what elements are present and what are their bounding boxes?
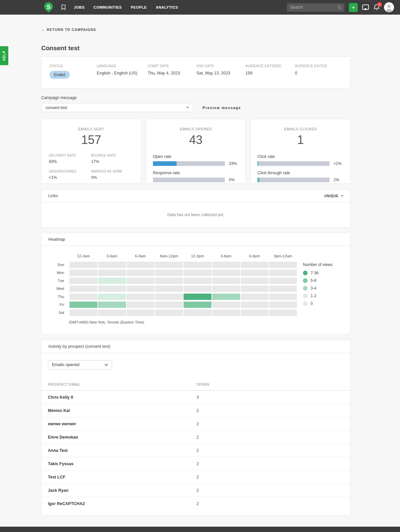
metric-label: MARKED AS SPAM	[91, 170, 133, 173]
heatmap-col-12-3pm: 12-3pm	[184, 254, 211, 260]
metric-value: 0%	[91, 175, 133, 180]
heatmap-cell	[127, 270, 155, 276]
legend-entry-3-4: 3-4	[303, 286, 343, 291]
primary-nav: JOBSCOMMUNITIESPEOPLEANALYTICS	[74, 5, 178, 9]
rate-bar-track	[257, 161, 330, 166]
heatmap-cell	[98, 270, 126, 276]
prospect-name: Takis Fyssas	[42, 462, 197, 466]
heatmap-cell	[69, 278, 97, 284]
heatmap-cell	[155, 286, 183, 292]
rate-bar-track	[153, 178, 225, 182]
inbox-icon[interactable]	[362, 4, 369, 11]
legend-entry-7-36: 7-36	[303, 271, 343, 275]
emails-sent-metrics: DELIVERY RATE83%BOUNCE RATE17%UNSUBSCRIB…	[48, 154, 134, 180]
help-tab[interactable]: HELP	[0, 46, 8, 65]
heatmap-cell	[184, 278, 211, 284]
activity-title: Activity by prospect (consent test)	[48, 344, 110, 349]
campaign-message-value: consent test	[46, 105, 67, 110]
prospect-name: Jack Ryan	[42, 488, 197, 493]
prospect-name: Anna Test	[42, 448, 197, 453]
table-row[interactable]: Igor ReCAPTCHA22	[42, 497, 350, 510]
heatmap-cell	[212, 262, 240, 268]
chevron-down-icon	[104, 364, 108, 366]
footer-bar	[0, 527, 400, 532]
preview-message-button[interactable]: Preview message	[202, 106, 241, 110]
heatmap-cell	[127, 262, 155, 268]
heatmap-cell	[269, 286, 297, 292]
rate-click-through-rate: Click through rate2%	[257, 171, 343, 182]
heatmap-cell	[98, 294, 126, 300]
campaign-message-select[interactable]: consent test	[41, 103, 193, 112]
prospect-opens: 2	[197, 435, 199, 440]
avatar[interactable]	[384, 2, 394, 12]
heatmap-cell	[212, 286, 240, 292]
rate-response-rate: Response rate0%	[153, 171, 239, 182]
heatmap-cell	[127, 286, 155, 292]
rate-click-rate: Click rate<1%	[257, 154, 343, 166]
rate-value: 0%	[229, 178, 239, 182]
campaign-message-label: Campaign message	[41, 95, 350, 100]
add-button[interactable]: +	[349, 3, 358, 12]
nav-item-communities[interactable]: COMMUNITIES	[93, 5, 122, 9]
heatmap-cell	[69, 262, 97, 268]
legend-label: 7-36	[311, 271, 319, 275]
search-icon	[337, 5, 342, 11]
heatmap-col-12-3am: 12-3am	[69, 254, 97, 260]
summary-label: AUDIENCE EXITED	[295, 64, 341, 68]
table-row[interactable]: Jack Ryan2	[42, 484, 350, 497]
table-row[interactable]: Menios Kal2	[42, 404, 350, 417]
activity-filter-select[interactable]: Emails opened	[48, 360, 112, 369]
links-card: Links UNIQUE Data has not been collected…	[41, 189, 350, 227]
heatmap-cell	[241, 302, 269, 308]
emails-clicked-value: 1	[257, 133, 343, 147]
return-to-campaigns-link[interactable]: ← RETURN TO CAMPAIGNS	[41, 28, 96, 32]
top-nav: S JOBSCOMMUNITIESPEOPLEANALYTICS + 1	[0, 0, 400, 15]
notifications-icon[interactable]: 1	[373, 4, 380, 11]
campaign-summary-card: STATUSEndedLANGUAGEEnglish - English (US…	[41, 57, 350, 88]
nav-item-jobs[interactable]: JOBS	[74, 5, 84, 9]
back-link-label: RETURN TO CAMPAIGNS	[47, 28, 96, 32]
heatmap-col-3-6pm: 3-6pm	[212, 254, 240, 260]
metric-label: UNSUBSCRIBED	[49, 170, 91, 173]
table-row[interactable]: Test LCF2	[42, 470, 350, 484]
column-header-opens: OPENS	[197, 382, 209, 386]
prospect-opens: 2	[197, 408, 199, 413]
table-row[interactable]: Chris Kelly II3	[42, 391, 350, 404]
heatmap-cell	[69, 310, 97, 316]
metric-bounce-rate: BOUNCE RATE17%	[91, 154, 133, 164]
heatmap-cell	[269, 270, 297, 276]
rate-bar-track	[153, 161, 225, 166]
table-row[interactable]: ewrwe werwer2	[42, 417, 350, 431]
summary-label: AUDIENCE ENTERED	[245, 64, 295, 68]
table-row[interactable]: Takis Fyssas2	[42, 457, 350, 470]
bookmark-icon[interactable]	[61, 5, 66, 10]
rate-label: Response rate	[153, 171, 239, 175]
svg-text:S: S	[47, 4, 51, 10]
prospect-name: Emre Demokan	[42, 435, 197, 440]
table-row[interactable]: Emre Demokan2	[42, 431, 350, 444]
heatmap-cell	[184, 294, 211, 300]
heatmap-cell	[269, 302, 297, 308]
heatmap-cell	[269, 294, 297, 300]
nav-item-analytics[interactable]: ANALYTICS	[156, 5, 178, 9]
table-row[interactable]: Anna Test2	[42, 444, 350, 457]
legend-entry-0: 0	[303, 301, 343, 306]
legend-title: Number of views	[303, 262, 343, 267]
heatmap-cell	[269, 262, 297, 268]
rate-value: 2%	[333, 178, 343, 182]
summary-field-audience-entered: AUDIENCE ENTERED159	[245, 64, 295, 79]
heatmap-cell	[184, 302, 211, 308]
emails-opened-value: 43	[153, 133, 239, 147]
links-unique-dropdown[interactable]: UNIQUE	[325, 194, 344, 198]
heatmap-cell	[241, 270, 269, 276]
metric-label: BOUNCE RATE	[91, 154, 133, 157]
summary-value: English - English (US)	[97, 71, 148, 75]
heatmap-cell	[127, 310, 155, 316]
metric-unsubscribed: UNSUBSCRIBED<1%	[49, 170, 91, 180]
rate-label: Click through rate	[257, 171, 343, 175]
heatmap-col-6-9pm: 6-9pm	[241, 254, 269, 260]
summary-value: Sat, May 13, 2023	[197, 71, 245, 75]
nav-item-people[interactable]: PEOPLE	[131, 5, 147, 9]
app-logo[interactable]: S	[43, 2, 54, 13]
search-input[interactable]	[287, 3, 344, 12]
